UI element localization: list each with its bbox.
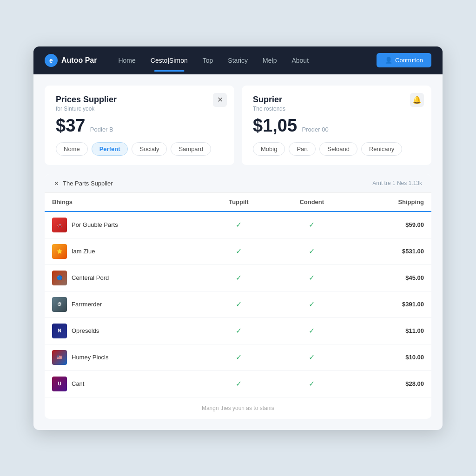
brand-logo: U [52,377,67,391]
tupplit-cell: ✓ [205,264,273,291]
tab-perfent[interactable]: Perfent [92,142,128,156]
table-row: N Opreselds ✓ ✓ $11.00 [45,317,431,344]
brand-cell: U Cant [45,370,205,397]
nav-about[interactable]: About [285,53,315,68]
table-header: ✕ The Parts Supplier Arrit tre 1 Nes 1.1… [45,174,431,193]
supplier-table: Bhings Tuppilt Condent Shipping 🚗 Por Gu… [45,193,431,397]
tab-renicany[interactable]: Renicany [361,142,402,156]
cta-label: Contrution [395,57,423,64]
table-row: ⭐ Iam Zlue ✓ ✓ $531.00 [45,238,431,264]
check-icon: ✓ [309,247,315,255]
table-row: 🔵 Centeral Pord ✓ ✓ $45.00 [45,264,431,291]
check-icon: ✓ [236,247,242,255]
check-icon: ✓ [236,221,242,229]
tab-sampard[interactable]: Sampard [171,142,211,156]
tupplit-cell: ✓ [205,291,273,317]
brand-logo: N [52,324,67,338]
check-icon: ✓ [236,353,242,361]
right-card-bell-button[interactable]: 🔔 [410,93,424,107]
nav-staricy[interactable]: Staricy [221,53,254,68]
main-content: Prices Supplier for Sinturc yook $37 Pod… [33,74,443,430]
tupplit-cell: ✓ [205,344,273,370]
left-card-price-label: Podler B [90,126,113,133]
condent-cell: ✓ [273,212,351,238]
brand-logo: ⏱ [52,297,67,312]
col-things: Bhings [45,193,205,212]
tab-part[interactable]: Part [289,142,316,156]
nav-melp[interactable]: Melp [256,53,283,68]
logo-icon: e [45,54,58,67]
cta-button[interactable]: 👤 Contrution [377,53,431,67]
condent-cell: ✓ [273,370,351,397]
shipping-cell: $531.00 [351,238,431,264]
tupplit-cell: ✓ [205,212,273,238]
table-row: 🚗 Por Guuble Parts ✓ ✓ $59.00 [45,212,431,238]
table-header-x-icon: ✕ [54,180,59,187]
shipping-cell: $391.00 [351,291,431,317]
col-shipping: Shipping [351,193,431,212]
cards-row: Prices Supplier for Sinturc yook $37 Pod… [45,86,431,165]
brand-logo: 🚗 [52,218,67,232]
nav-cestosimon[interactable]: Cesto|Simon [144,53,194,68]
condent-cell: ✓ [273,344,351,370]
check-icon: ✓ [236,380,242,388]
right-card-price-row: $1,05 Proder 00 [253,116,420,136]
table-footer: Mangn thes youn as to stanis [45,397,431,419]
table-card: ✕ The Parts Supplier Arrit tre 1 Nes 1.1… [45,174,431,419]
left-card-price: $37 [56,116,85,136]
col-condent: Condent [273,193,351,212]
shipping-cell: $10.00 [351,344,431,370]
brand-logo: 🔵 [52,271,67,285]
left-card-tabs: Nome Perfent Socialy Sampard [56,142,223,156]
check-icon: ✓ [309,327,315,335]
left-card-price-row: $37 Podler B [56,116,223,136]
condent-cell: ✓ [273,317,351,344]
left-card-close-button[interactable]: ✕ [213,93,227,107]
tab-seloand[interactable]: Seloand [319,142,357,156]
check-icon: ✓ [236,274,242,282]
check-icon: ✓ [309,380,315,388]
right-card-tabs: Mobig Part Seloand Renicany [253,142,420,156]
check-icon: ✓ [236,300,242,308]
condent-cell: ✓ [273,264,351,291]
logo-area: e Autoo Par [45,54,97,67]
table-row: U Cant ✓ ✓ $28.00 [45,370,431,397]
right-card-subtitle: The rostends [253,106,420,112]
brand-name: Opreselds [72,327,99,334]
cta-icon: 👤 [385,57,392,64]
tab-nome[interactable]: Nome [56,142,88,156]
tupplit-cell: ✓ [205,238,273,264]
nav-links: Home Cesto|Simon Top Staricy Melp About [112,53,377,68]
tab-socialy[interactable]: Socialy [132,142,167,156]
shipping-cell: $45.00 [351,264,431,291]
brand-name: Cant [72,380,84,387]
check-icon: ✓ [309,221,315,229]
tupplit-cell: ✓ [205,317,273,344]
right-card: Suprier The rostends $1,05 Proder 00 🔔 M… [242,86,431,165]
table-row: 🇺🇸 Humey Piocls ✓ ✓ $10.00 [45,344,431,370]
check-icon: ✓ [236,327,242,335]
brand-cell: 🚗 Por Guuble Parts [45,212,205,238]
right-card-price-label: Proder 00 [302,126,329,133]
table-header-left: ✕ The Parts Supplier [54,180,113,187]
condent-cell: ✓ [273,238,351,264]
tupplit-cell: ✓ [205,370,273,397]
left-card-title: Prices Supplier [56,95,223,105]
condent-cell: ✓ [273,291,351,317]
brand-cell: 🔵 Centeral Pord [45,264,205,291]
left-card: Prices Supplier for Sinturc yook $37 Pod… [45,86,234,165]
table-header-right: Arrit tre 1 Nes 1.13k [372,180,422,186]
table-column-headers: Bhings Tuppilt Condent Shipping [45,193,431,212]
table-row: ⏱ Farrmerder ✓ ✓ $391.00 [45,291,431,317]
tab-mobig[interactable]: Mobig [253,142,285,156]
brand-name: Iam Zlue [72,248,95,255]
brand-name: Farrmerder [72,301,102,308]
nav-top[interactable]: Top [196,53,220,68]
col-tupplit: Tuppilt [205,193,273,212]
brand-cell: ⭐ Iam Zlue [45,238,205,264]
check-icon: ✓ [309,353,315,361]
nav-home[interactable]: Home [112,53,142,68]
brand-logo: ⭐ [52,244,67,259]
browser-window: e Autoo Par Home Cesto|Simon Top Staricy… [33,46,443,430]
table-header-label: The Parts Supplier [63,180,113,187]
